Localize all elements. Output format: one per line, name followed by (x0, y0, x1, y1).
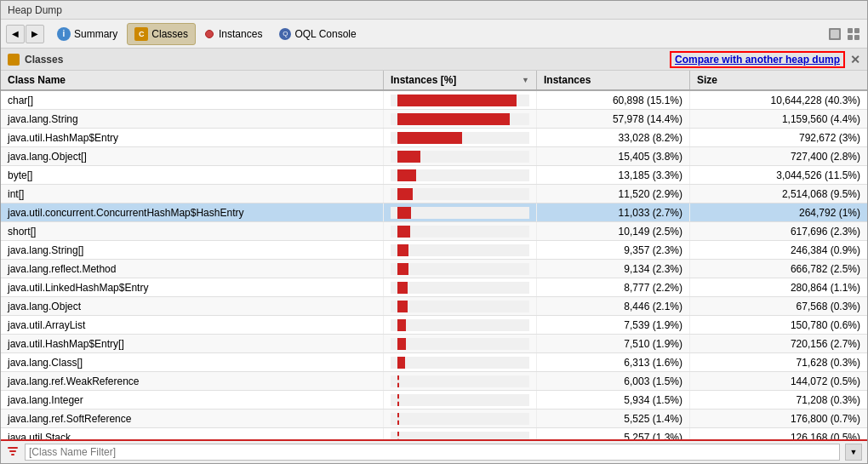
table-row[interactable]: java.lang.String57,978 (14.4%)1,159,560 … (1, 110, 867, 129)
bar-fill (397, 188, 413, 200)
back-button[interactable]: ◀ (6, 25, 25, 43)
svg-rect-1 (831, 30, 839, 38)
cell-size: 67,568 (0.3%) (690, 297, 867, 315)
table-row[interactable]: java.util.HashMap$Entry33,028 (8.2%)792,… (1, 129, 867, 147)
cell-size: 144,072 (0.5%) (690, 372, 867, 390)
summary-icon: i (57, 27, 71, 41)
table-row[interactable]: java.lang.reflect.Method9,134 (2.3%)666,… (1, 260, 867, 278)
forward-button[interactable]: ▶ (26, 25, 44, 43)
col-instances[interactable]: Instances (537, 71, 690, 89)
cell-bar (384, 241, 537, 259)
cell-instances: 8,777 (2.2%) (537, 278, 690, 296)
cell-class-name: java.lang.Class[] (1, 353, 384, 371)
cell-size: 246,384 (0.9%) (690, 241, 867, 259)
heap-dump-window: Heap Dump ◀ ▶ i Summary C Classes Instan… (0, 0, 868, 464)
cell-class-name: java.util.HashMap$Entry[] (1, 335, 384, 352)
summary-button[interactable]: i Summary (49, 23, 125, 45)
table-row[interactable]: int[]11,520 (2.9%)2,514,068 (9.5%) (1, 185, 867, 203)
bar-fill (397, 244, 408, 256)
bar-fill (397, 207, 411, 219)
table-row[interactable]: java.util.LinkedHashMap$Entry8,777 (2.2%… (1, 278, 867, 297)
instances-button[interactable]: Instances (197, 23, 270, 45)
table-row[interactable]: java.util.Stack5,257 (1.3%)126,168 (0.5%… (1, 428, 867, 439)
table-row[interactable]: java.lang.Integer5,934 (1.5%)71,208 (0.3… (1, 391, 867, 410)
bar-fill (397, 226, 410, 238)
svg-rect-4 (848, 35, 853, 40)
cell-size: 71,628 (0.3%) (690, 353, 867, 371)
filter-bar: ▼ (1, 439, 867, 463)
table-row[interactable]: java.util.HashMap$Entry[]7,510 (1.9%)720… (1, 335, 867, 353)
cell-bar (384, 166, 537, 184)
table-row[interactable]: short[]10,149 (2.5%)617,696 (2.3%) (1, 222, 867, 241)
cell-instances: 5,257 (1.3%) (537, 428, 690, 439)
bar-fill (397, 338, 406, 350)
cell-instances: 5,934 (1.5%) (537, 391, 690, 409)
bar-fill (397, 95, 516, 106)
class-name-filter-input[interactable] (25, 444, 840, 461)
cell-size: 150,780 (0.6%) (690, 316, 867, 334)
col-class-name: Class Name (1, 71, 384, 89)
cell-instances: 13,185 (3.3%) (537, 166, 690, 184)
table-row[interactable]: java.lang.Class[]6,313 (1.6%)71,628 (0.3… (1, 353, 867, 372)
cell-instances: 7,510 (1.9%) (537, 335, 690, 352)
cell-class-name: int[] (1, 185, 384, 203)
window-title: Heap Dump (8, 4, 62, 16)
cell-instances: 10,149 (2.5%) (537, 222, 690, 240)
table-row[interactable]: java.util.concurrent.ConcurrentHashMap$H… (1, 203, 867, 222)
cell-size: 264,792 (1%) (690, 203, 867, 221)
compare-link[interactable]: Compare with another heap dump (670, 51, 845, 68)
class-table: Class Name Instances [%] ▼ Instances Siz… (1, 71, 867, 439)
cell-bar (384, 260, 537, 278)
cell-bar (384, 110, 537, 128)
cell-class-name: java.util.concurrent.ConcurrentHashMap$H… (1, 203, 384, 221)
table-row[interactable]: java.lang.Object[]15,405 (3.8%)727,400 (… (1, 147, 867, 166)
cell-size: 792,672 (3%) (690, 129, 867, 146)
cell-bar (384, 297, 537, 315)
table-row[interactable]: java.util.ArrayList7,539 (1.9%)150,780 (… (1, 316, 867, 335)
cell-bar (384, 391, 537, 409)
table-row[interactable]: java.lang.ref.SoftReference5,525 (1.4%)1… (1, 410, 867, 428)
bar-fill (397, 113, 510, 125)
bar-fill (397, 319, 406, 331)
cell-size: 3,044,526 (11.5%) (690, 166, 867, 184)
cell-bar (384, 372, 537, 390)
table-row[interactable]: java.lang.ref.WeakReference6,003 (1.5%)1… (1, 372, 867, 391)
table-row[interactable]: byte[]13,185 (3.3%)3,044,526 (11.5%) (1, 166, 867, 185)
cell-bar (384, 91, 537, 109)
panel-header-right: Compare with another heap dump ✕ (670, 51, 860, 68)
cell-size: 126,168 (0.5%) (690, 428, 867, 439)
table-row[interactable]: java.lang.String[]9,357 (2.3%)246,384 (0… (1, 241, 867, 260)
col-instances-pct[interactable]: Instances [%] ▼ (384, 71, 537, 89)
table-header: Class Name Instances [%] ▼ Instances Siz… (1, 71, 867, 91)
cell-instances: 11,520 (2.9%) (537, 185, 690, 203)
table-row[interactable]: char[]60,898 (15.1%)10,644,228 (40.3%) (1, 91, 867, 110)
filter-dropdown-button[interactable]: ▼ (845, 444, 862, 461)
cell-bar (384, 185, 537, 203)
cell-class-name: java.lang.Object[] (1, 147, 384, 165)
toolbar-action-icon-2[interactable] (845, 26, 862, 43)
cell-class-name: java.lang.String (1, 110, 384, 128)
table-row[interactable]: java.lang.Object8,446 (2.1%)67,568 (0.3%… (1, 297, 867, 316)
panel-classes-icon (8, 54, 20, 66)
cell-instances: 57,978 (14.4%) (537, 110, 690, 128)
cell-instances: 6,313 (1.6%) (537, 353, 690, 371)
col-size[interactable]: Size (690, 71, 854, 89)
toolbar-action-icon-1[interactable] (826, 26, 843, 43)
oql-button[interactable]: Q OQL Console (271, 23, 363, 45)
cell-bar (384, 410, 537, 427)
cell-class-name: java.util.HashMap$Entry (1, 129, 384, 146)
cell-class-name: java.lang.ref.WeakReference (1, 372, 384, 390)
bar-fill (397, 282, 408, 294)
cell-instances: 5,525 (1.4%) (537, 410, 690, 427)
svg-rect-6 (8, 447, 18, 449)
cell-instances: 6,003 (1.5%) (537, 372, 690, 390)
cell-bar (384, 129, 537, 146)
title-bar: Heap Dump (1, 1, 867, 20)
panel-close-button[interactable]: ✕ (850, 53, 860, 66)
bar-fill (397, 357, 405, 369)
cell-class-name: java.lang.String[] (1, 241, 384, 259)
cell-class-name: byte[] (1, 166, 384, 184)
cell-bar (384, 316, 537, 334)
cell-class-name: short[] (1, 222, 384, 240)
classes-button[interactable]: C Classes (127, 23, 196, 45)
